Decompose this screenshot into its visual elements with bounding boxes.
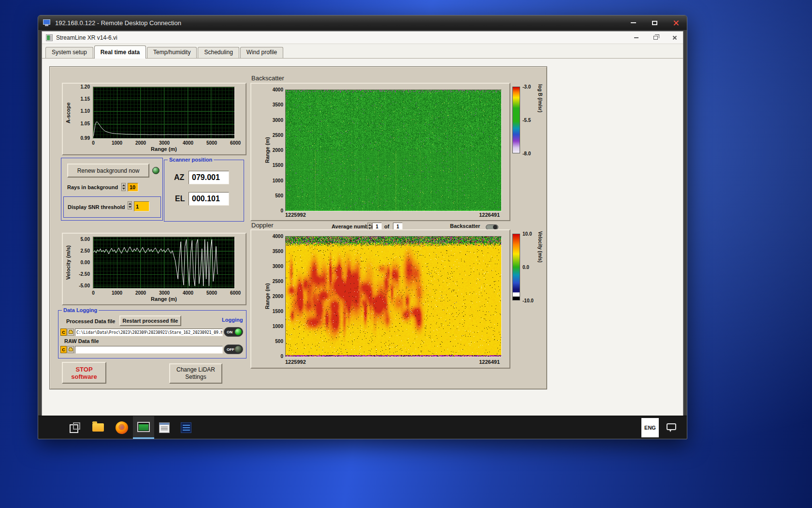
axis-tick: 4000 [273,87,283,92]
rays-in-background-field[interactable]: 10 [128,183,138,192]
axis-tick: 1500 [273,163,283,168]
rdp-window-controls [627,18,682,27]
axis-tick: 2000 [135,140,146,146]
labview-app-icon [46,34,53,41]
rays-spinner[interactable] [121,183,126,191]
firefox-icon[interactable] [116,421,128,434]
scan-scheduler-icon[interactable] [159,422,170,433]
decrement-icon[interactable] [122,188,125,190]
doppler-time-start: 1225992 [285,359,306,365]
velocity-plot [93,237,235,289]
axis-tick: 2000 [135,290,146,296]
desktop: 192.168.0.122 - Remote Desktop Connectio… [0,0,812,508]
axis-tick: 6000 [230,140,241,146]
logging-label: Logging [222,317,243,323]
rdp-titlebar[interactable]: 192.168.0.122 - Remote Desktop Connectio… [38,15,687,30]
app-close-button[interactable] [670,34,679,42]
axis-tick: 500 [275,193,283,198]
close-icon [672,35,677,40]
axis-tick: -2.50 [79,271,90,277]
velocity-y-axis: 5.002.500.00-2.50-5.00 [73,237,91,288]
processed-logging-toggle[interactable]: ON [224,327,243,337]
raw-path-field[interactable] [75,346,223,354]
rdp-close-button[interactable] [669,18,682,27]
app-minimize-button[interactable] [632,34,640,42]
task-view-icon[interactable] [69,422,81,433]
colorbar-tick: -10.0 [522,298,534,303]
rdp-maximize-button[interactable] [648,18,661,27]
velocity-x-axis: 0100020003000400050006000 [93,290,235,296]
snr-threshold-box: Display SNR threshold 1 [63,196,161,218]
increment-icon[interactable] [129,203,131,205]
app-titlebar[interactable]: StreamLine XR v14-6.vi [42,31,683,44]
drive-icon[interactable]: C [60,329,67,336]
axis-tick: 2.50 [81,248,90,253]
axis-tick: 3500 [273,102,283,107]
ascope-y-axis-label: A-scope [65,87,72,139]
axis-tick: 0 [280,354,283,359]
snr-threshold-field[interactable]: 1 [134,201,149,211]
change-lidar-settings-button[interactable]: Change LiDAR Settings [169,363,222,384]
data-logging-box: Data Logging Processed Data file Restart… [58,310,246,359]
axis-tick: 1.10 [81,108,90,114]
axis-tick: 3000 [159,290,170,296]
axis-tick: 4000 [183,290,193,296]
tab-scheduling[interactable]: Scheduling [198,47,239,58]
toggle-state-label: OFF [227,347,235,352]
app-window: StreamLine XR v14-6.vi System setup Real… [42,31,683,416]
velocity-x-axis-label: Range (m) [93,296,235,302]
tab-wind-profile[interactable]: Wind profile [240,47,283,58]
taskbar-item-streamline-active[interactable] [133,416,154,439]
tab-temp-humidity[interactable]: Temp/humidity [147,47,197,58]
axis-tick: 3000 [273,264,283,269]
axis-tick: 2500 [273,279,283,284]
doppler-chart-frame: Range (m) 400035003000250020001500100050… [250,229,510,369]
text-app-icon[interactable] [181,422,191,433]
colorbar-tick: 10.0 [522,231,532,237]
rays-in-background-label: Rays in background [67,184,118,190]
axis-tick: 0 [92,140,95,146]
file-explorer-icon[interactable] [92,423,104,432]
axis-tick: 2000 [273,294,283,299]
restart-processed-file-button[interactable]: Restart processed file [119,315,181,326]
language-indicator[interactable]: ENG [641,418,659,437]
scanner-position-box: Scanner position AZ 079.001 EL 000.101 [164,160,244,222]
stop-button-line1: STOP [75,366,92,373]
backscatter-colorbar-ticks: -3.0 -5.5 -8.0 [522,87,538,153]
minimize-icon [631,22,636,23]
axis-tick: 1000 [112,140,122,146]
axis-tick: 1000 [273,178,283,183]
backscatter-title: Backscatter [251,75,284,82]
processed-path-field[interactable]: C:\Lidar\Data\Proc\2023\202309\20230921\… [75,329,223,336]
renew-background-button[interactable]: Renew background now [67,164,149,178]
tab-system-setup[interactable]: System setup [45,47,93,58]
scanner-position-legend: Scanner position [168,156,214,163]
axis-tick: 500 [275,339,283,344]
folder-browse-icon[interactable] [67,346,74,353]
change-button-line2: Settings [185,374,206,381]
axis-tick: 1500 [273,309,283,314]
renew-background-led [152,167,160,174]
stop-software-button[interactable]: STOP software [62,362,106,384]
az-label: AZ [174,173,184,182]
rdp-minimize-button[interactable] [627,18,639,27]
tab-real-time-data[interactable]: Real time data [94,45,146,59]
snr-spinner[interactable] [128,201,132,209]
notification-icon[interactable] [667,423,676,430]
decrement-icon[interactable] [129,206,131,208]
toggle-knob [235,329,242,335]
raw-logging-toggle[interactable]: OFF [224,344,243,354]
el-value-field: 000.101 [188,192,229,206]
axis-tick: 0 [280,208,283,213]
colorbar-tick: 0.0 [522,265,529,270]
ascope-x-axis-label: Range (m) [93,146,235,152]
doppler-colorbar-ticks: 10.0 0.0 -10.0 [522,234,538,300]
ascope-x-axis: 0100020003000400050006000 [93,140,235,146]
backscatter-colorbar-label: log B (/m/sr) [537,84,543,156]
drive-icon[interactable]: C [60,346,67,353]
increment-icon[interactable] [122,184,125,186]
app-restore-button[interactable] [651,34,660,42]
increment-icon[interactable] [368,224,371,226]
data-logging-legend: Data Logging [62,307,99,314]
folder-browse-icon[interactable] [67,329,74,336]
